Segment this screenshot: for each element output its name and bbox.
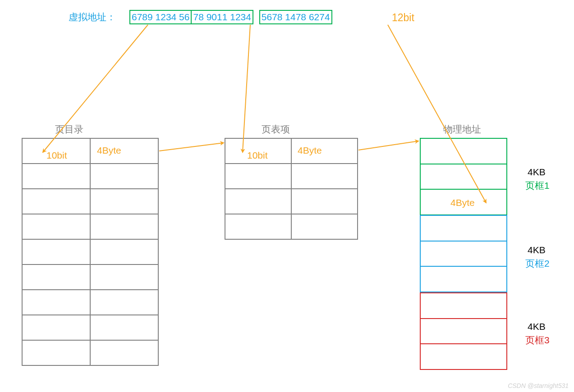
address-part-2: 78 9011 1234 (192, 10, 253, 24)
frame-3 (420, 292, 507, 370)
address-boxes: 6789 1234 5678 9011 1234 5678 1478 6274 (129, 10, 332, 24)
page-entry-cell-1: 10bit (247, 150, 268, 161)
phys-title: 物理地址 (443, 123, 481, 136)
page-entry-title: 页表项 (262, 123, 290, 136)
svg-line-4 (358, 141, 418, 150)
page-dir-cell-1: 10bit (46, 150, 67, 161)
frame-3-name: 页框3 (525, 334, 550, 346)
svg-line-1 (243, 25, 250, 152)
address-suffix-label: 12bit (392, 12, 414, 24)
virtual-address-row: 虚拟地址： (69, 11, 116, 23)
page-dir-cell-2: 4Byte (97, 145, 121, 156)
watermark: CSDN @starnight531 (508, 382, 569, 389)
svg-line-3 (159, 143, 224, 151)
frame-2-size: 4KB (528, 245, 546, 255)
address-part-3: 5678 1478 6274 (259, 10, 332, 24)
frame-3-size: 4KB (528, 321, 546, 332)
page-entry-cell-2: 4Byte (298, 145, 322, 156)
page-dir-title: 页目录 (55, 123, 83, 136)
frame-2 (420, 215, 507, 292)
frame-1-name: 页框1 (525, 179, 550, 192)
address-part-1: 6789 1234 56 (129, 10, 192, 24)
page-dir-table (22, 138, 159, 366)
address-label: 虚拟地址： (69, 12, 116, 22)
page-entry-table (225, 138, 358, 240)
frame-1-size: 4KB (528, 167, 546, 178)
phys-cell-label: 4Byte (450, 197, 475, 208)
frame-2-name: 页框2 (525, 257, 550, 270)
